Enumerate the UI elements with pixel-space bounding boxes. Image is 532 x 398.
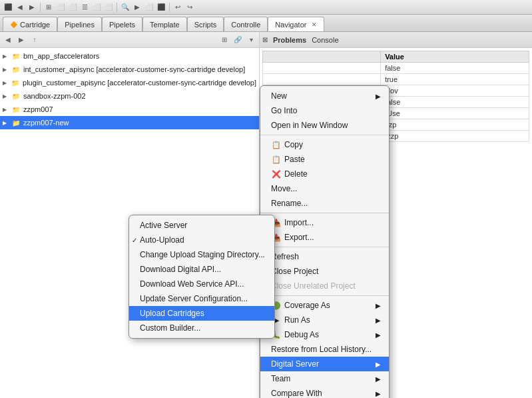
submenu-item-custom-builder[interactable]: Custom Builder...	[129, 321, 274, 335]
prop-value: /zzp	[381, 131, 529, 142]
menu-item-restore-history[interactable]: Restore from Local History...	[260, 342, 389, 357]
menu-item-copy[interactable]: 📋 Copy	[260, 137, 389, 152]
arrow-icon: ▶	[3, 53, 11, 59]
menu-item-coverage-as[interactable]: 🟢 Coverage As ▶	[260, 298, 389, 313]
tree-item-zzpm007-new[interactable]: ▶ 📁 zzpm007-new	[0, 116, 259, 129]
navigator-close-icon[interactable]: ✕	[312, 21, 317, 28]
menu-item-go-into[interactable]: Go Into	[260, 103, 389, 118]
toolbar-icon-15[interactable]: ↪	[184, 2, 195, 13]
submenu-item-auto-upload[interactable]: ✓ Auto-Upload	[129, 233, 274, 247]
toolbar-sep-2	[117, 3, 117, 12]
main-toolbar: ⬛ ◀ ▶ ⊞ ⬜ ⬜ ☰ ⬜ ⬜ 🔍 ▶ ⬜ ⬛ ↩ ↪	[0, 0, 532, 15]
copy-icon: 📋	[271, 139, 282, 150]
menu-item-close-project[interactable]: Close Project	[260, 264, 389, 279]
submenu-item-active-server[interactable]: Active Server	[129, 218, 274, 233]
menu-item-move[interactable]: Move...	[260, 181, 389, 196]
tab-pipelets[interactable]: Pipelets	[102, 17, 142, 31]
prop-value: true	[381, 74, 529, 85]
toolbar-icon-14[interactable]: ↩	[172, 2, 183, 13]
toolbar-icon-7[interactable]: ☰	[79, 2, 90, 13]
menu-item-run-as[interactable]: ▶ Run As ▶	[260, 313, 389, 327]
tab-controlle[interactable]: Controlle	[224, 17, 268, 31]
context-menu: New ▶ Go Into Open in New Window 📋 Copy …	[260, 85, 390, 398]
nav-back-btn[interactable]: ◀	[3, 35, 13, 45]
menu-item-delete[interactable]: ❌ Delete	[260, 167, 389, 181]
nav-link-btn[interactable]: 🔗	[232, 35, 243, 45]
arrow-icon: ▶	[3, 107, 11, 113]
toolbar-icon-3[interactable]: ▶	[27, 2, 37, 13]
submenu-item-upload-cartridges[interactable]: Upload Cartridges	[129, 306, 274, 321]
tab-cartridge[interactable]: 🔶 Cartridge	[3, 17, 57, 31]
prop-name	[263, 74, 381, 85]
toolbar-sep-1	[40, 3, 41, 12]
menu-item-team[interactable]: Team ▶	[260, 371, 389, 386]
menu-item-refresh[interactable]: Refresh	[260, 249, 389, 264]
menu-item-import[interactable]: 📥 Import...	[260, 215, 389, 230]
folder-icon: 📁	[11, 104, 21, 115]
cartridge-icon: 🔶	[10, 21, 17, 28]
nav-collapse-btn[interactable]: ⊞	[219, 35, 230, 45]
nav-menu-btn[interactable]: ▾	[246, 35, 256, 45]
tab-pipelines[interactable]: Pipelines	[57, 17, 102, 31]
menu-item-paste[interactable]: 📋 Paste	[260, 152, 389, 167]
prop-name	[263, 63, 381, 74]
arrow-icon: ▶	[3, 80, 11, 86]
menu-item-compare-with[interactable]: Compare With ▶	[260, 386, 389, 398]
toolbar-icon-4[interactable]: ⊞	[43, 2, 54, 13]
submenu-arrow-icon: ▶	[376, 93, 381, 100]
toolbar-icon-1[interactable]: ⬛	[3, 2, 13, 13]
tab-problems[interactable]: Problems	[273, 36, 306, 44]
prop-value: false	[381, 63, 529, 74]
check-icon: ✓	[132, 237, 137, 244]
menu-separator-1	[260, 135, 389, 135]
toolbar-icon-10[interactable]: 🔍	[120, 2, 131, 13]
menu-item-new[interactable]: New ▶	[260, 89, 389, 103]
toolbar-icon-2[interactable]: ◀	[15, 2, 25, 13]
toolbar-icon-12[interactable]: ⬜	[144, 2, 154, 13]
tree-item-zzpm007[interactable]: ▶ 📁 zzpm007	[0, 103, 259, 116]
toolbar-icon-8[interactable]: ⬜	[91, 2, 102, 13]
tree-item-int-customer[interactable]: ▶ 📁 int_customer_apisync [accelerator-cu…	[0, 63, 259, 76]
nav-up-btn[interactable]: ↑	[29, 35, 40, 45]
toolbar-icon-13[interactable]: ⬛	[156, 2, 166, 13]
menu-separator-4	[260, 295, 389, 296]
tab-navigator[interactable]: Navigator ✕	[268, 17, 324, 31]
submenu-arrow-icon: ▶	[376, 302, 381, 309]
tab-template[interactable]: Template	[142, 17, 187, 31]
menu-item-close-unrelated[interactable]: Close Unrelated Project	[260, 279, 389, 293]
submenu-arrow-icon: ▶	[376, 317, 381, 324]
menu-item-rename[interactable]: Rename...	[260, 196, 389, 211]
tree-item-plugin-customer[interactable]: ▶ 📁 plugin_customer_apisync [accelerator…	[0, 76, 259, 89]
toolbar-icon-5[interactable]: ⬜	[55, 2, 66, 13]
submenu-item-change-upload[interactable]: Change Upload Staging Directory...	[129, 247, 274, 262]
digital-server-submenu: Active Server ✓ Auto-Upload Change Uploa…	[129, 215, 275, 339]
arrow-icon: ▶	[3, 120, 11, 126]
arrow-icon: ▶	[3, 93, 11, 99]
menu-separator-3	[260, 247, 389, 247]
folder-icon: 📁	[11, 64, 21, 75]
prop-value: zzp	[381, 119, 529, 131]
submenu-item-download-web-service[interactable]: Download Web Service API...	[129, 277, 274, 291]
menu-item-debug-as[interactable]: 🐛 Debug As ▶	[260, 327, 389, 342]
submenu-item-update-server-config[interactable]: Update Server Configuration...	[129, 291, 274, 306]
tab-console[interactable]: Console	[312, 36, 338, 44]
toolbar-icon-11[interactable]: ▶	[132, 2, 142, 13]
menu-item-export[interactable]: 📤 Export...	[260, 230, 389, 245]
delete-icon: ❌	[271, 169, 282, 179]
prop-value: /Use	[381, 108, 529, 119]
menu-item-digital-server[interactable]: Digital Server ▶	[260, 357, 389, 371]
tab-scripts[interactable]: Scripts	[187, 17, 224, 31]
col-value: Value	[381, 51, 529, 63]
navigator-toolbar: ◀ ▶ ↑ ⊞ 🔗 ▾	[0, 32, 259, 48]
submenu-item-download-digital-api[interactable]: Download Digital API...	[129, 262, 274, 277]
folder-icon: 📁	[11, 91, 21, 101]
table-row: true	[263, 74, 529, 85]
tree-item-bm-app[interactable]: ▶ 📁 bm_app_sfaccelerators	[0, 49, 259, 63]
menu-item-open-new-window[interactable]: Open in New Window	[260, 118, 389, 133]
nav-forward-btn[interactable]: ▶	[16, 35, 27, 45]
tree-item-sandbox[interactable]: ▶ 📁 sandbox-zzpm-002	[0, 89, 259, 103]
toolbar-icon-6[interactable]: ⬜	[67, 2, 78, 13]
right-panel-tab-bar: ⊠ Problems Console	[260, 32, 532, 48]
toolbar-icon-9[interactable]: ⬜	[103, 2, 114, 13]
table-row: false	[263, 63, 529, 74]
